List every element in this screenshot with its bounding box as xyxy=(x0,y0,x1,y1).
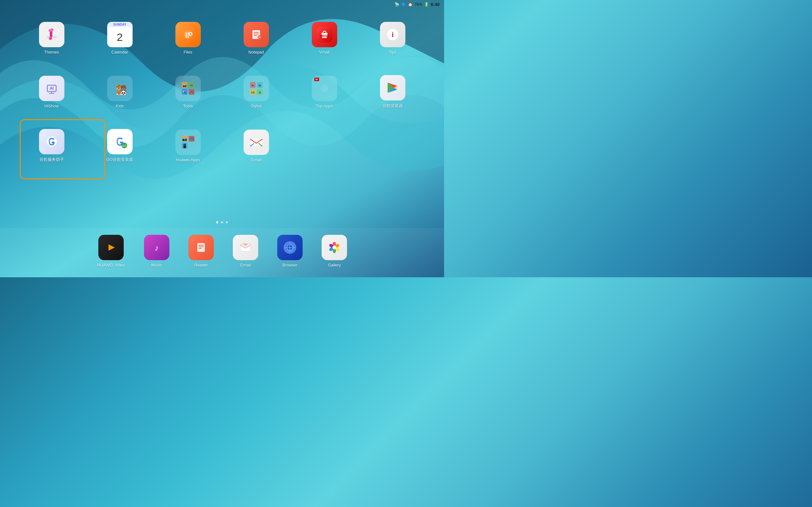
svg-text:V3: V3 xyxy=(251,91,254,94)
dock-reader-label: Reader xyxy=(194,263,208,268)
dock-music-label: Music xyxy=(151,263,162,268)
files-label: Files xyxy=(184,50,192,55)
svg-rect-6 xyxy=(186,33,187,34)
wifi-icon: 📡 xyxy=(395,2,399,7)
svg-text:🐼: 🐼 xyxy=(120,90,126,96)
svg-rect-12 xyxy=(186,37,187,38)
svg-rect-72 xyxy=(199,246,204,247)
svg-rect-9 xyxy=(186,35,187,36)
svg-rect-18 xyxy=(254,34,259,34)
page-indicators xyxy=(216,221,228,223)
svg-text:AI: AI xyxy=(50,86,54,91)
dock-video-label: HUAWEI Video xyxy=(97,263,125,268)
svg-rect-73 xyxy=(199,248,202,249)
dock-email-label: Email xyxy=(241,263,251,268)
alarm-icon: ⏰ xyxy=(408,2,413,7)
svg-point-4 xyxy=(49,37,52,40)
tools-label: Tools xyxy=(183,104,193,108)
dock-music[interactable]: ♪ Music xyxy=(144,235,169,268)
dock-gallery[interactable]: Gallery xyxy=(322,235,347,268)
app-files[interactable]: ⇅ Files xyxy=(155,13,220,63)
svg-text:📷: 📷 xyxy=(183,83,187,88)
svg-text:✏: ✏ xyxy=(252,84,254,87)
app-grid: Themes Sunday 2 Calendar ⇅ F xyxy=(19,13,425,171)
status-bar: 📡 🔷 ⏰ 76% 🔋 6:40 xyxy=(390,0,444,9)
calendar-day: Sunday xyxy=(107,22,133,27)
stylus-label: Stylus xyxy=(251,104,262,108)
dock-browser[interactable]: Browser xyxy=(277,235,303,268)
google-installer-label: 谷歌安装器 xyxy=(382,103,403,109)
app-tools[interactable]: 📷 ✂ 🔦 🎮 Tools xyxy=(155,66,220,117)
dock-gallery-label: Gallery xyxy=(328,263,341,268)
tips-label: Tips xyxy=(389,50,396,55)
app-hishow[interactable]: AI HiShow xyxy=(19,66,84,117)
svg-text:✏: ✏ xyxy=(258,36,261,39)
gmail-label: Gmail xyxy=(251,158,262,162)
svg-rect-7 xyxy=(188,33,189,34)
app-go-installer[interactable]: GO GO谷歌安装器 xyxy=(87,120,152,171)
app-vmall[interactable]: VMALL Vmall xyxy=(292,13,357,63)
svg-text:🎮: 🎮 xyxy=(189,136,194,142)
bluetooth-icon: 🔷 xyxy=(401,2,406,7)
dock: HUAWEI Video ♪ Music Reader xyxy=(0,228,444,277)
app-topapps[interactable]: W Top Apps xyxy=(292,66,357,117)
app-empty-1 xyxy=(292,120,357,171)
svg-text:🎮: 🎮 xyxy=(190,90,194,95)
svg-text:⇅: ⇅ xyxy=(189,33,192,36)
svg-text:✂: ✂ xyxy=(190,83,193,87)
calendar-date: 2 xyxy=(107,27,133,47)
vmall-label: Vmall xyxy=(319,50,329,55)
app-google-service[interactable]: 谷歌服务助手 xyxy=(19,120,84,171)
notepad-label: Notepad xyxy=(248,50,264,55)
time: 6:40 xyxy=(431,2,440,7)
huawei-apps-label: Huawei Apps xyxy=(176,158,200,162)
hishow-label: HiShow xyxy=(44,104,59,108)
svg-rect-19 xyxy=(254,35,257,36)
app-notepad[interactable]: ✏ Notepad xyxy=(223,13,289,63)
svg-text:VMALL: VMALL xyxy=(319,34,329,38)
svg-marker-68 xyxy=(108,244,115,250)
svg-text:📷: 📷 xyxy=(182,136,188,142)
svg-point-89 xyxy=(333,245,336,249)
battery-icon: 🔋 xyxy=(424,2,429,7)
app-kids[interactable]: 🐯 🐻 🦊 🐼 Kids xyxy=(87,66,152,117)
svg-rect-71 xyxy=(199,245,204,245)
calendar-label: Calendar xyxy=(111,50,128,55)
svg-rect-10 xyxy=(188,35,189,36)
svg-text:GO: GO xyxy=(122,144,126,147)
app-calendar[interactable]: Sunday 2 Calendar xyxy=(87,13,152,63)
svg-rect-70 xyxy=(197,243,205,252)
dock-video[interactable]: HUAWEI Video xyxy=(97,235,125,268)
battery-percent: 76% xyxy=(415,2,422,7)
page-indicator-2[interactable] xyxy=(221,221,223,223)
svg-rect-13 xyxy=(188,37,189,38)
svg-text:i: i xyxy=(392,31,393,39)
go-installer-label: GO谷歌安装器 xyxy=(106,157,133,163)
themes-label: Themes xyxy=(44,50,59,55)
page-indicator-3[interactable] xyxy=(226,221,228,223)
svg-text:N: N xyxy=(258,84,261,87)
svg-point-50 xyxy=(321,84,328,92)
dock-email[interactable]: Email xyxy=(233,235,258,268)
app-themes[interactable]: Themes xyxy=(19,13,84,63)
dock-browser-label: Browser xyxy=(282,263,298,268)
app-huawei-apps[interactable]: 📷 🎮 📱 Huawei Apps xyxy=(155,120,220,171)
app-google-installer[interactable]: 谷歌安装器 xyxy=(360,66,425,117)
app-tips[interactable]: i Tips xyxy=(360,13,425,63)
topapps-label: Top Apps xyxy=(316,104,333,108)
svg-point-82 xyxy=(285,243,295,252)
svg-text:S: S xyxy=(258,91,260,94)
svg-text:♪: ♪ xyxy=(155,243,159,252)
app-empty-2 xyxy=(360,120,425,171)
google-service-label: 谷歌服务助手 xyxy=(39,157,64,163)
page-indicator-1[interactable] xyxy=(216,221,218,223)
app-gmail[interactable]: Gmail xyxy=(223,120,289,171)
svg-text:🔦: 🔦 xyxy=(183,90,187,95)
dock-reader[interactable]: Reader xyxy=(189,235,214,268)
svg-rect-17 xyxy=(254,32,259,33)
svg-text:📱: 📱 xyxy=(182,143,188,149)
app-stylus[interactable]: ✏ N V3 S Stylus xyxy=(223,66,289,117)
kids-label: Kids xyxy=(116,104,124,108)
